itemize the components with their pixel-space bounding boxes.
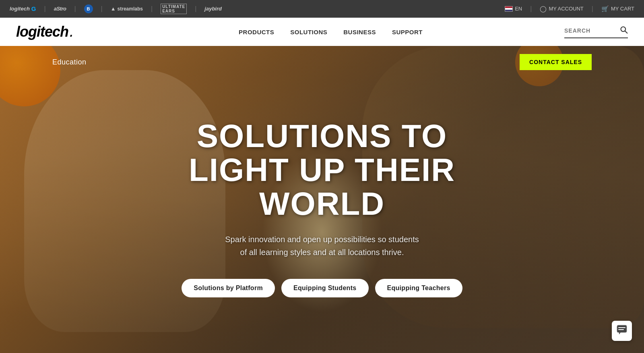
- hero-content: SOLUTIONS TO LIGHT UP THEIR WORLD Spark …: [141, 119, 503, 297]
- divider-5: |: [195, 5, 196, 12]
- divider-6: |: [530, 5, 532, 12]
- streamlabs-icon: ▲: [111, 6, 116, 12]
- search-area: [564, 26, 628, 38]
- brand-astro[interactable]: aStro: [54, 6, 66, 12]
- hero-title-line1: SOLUTIONS TO: [197, 118, 448, 154]
- flag-icon: [505, 6, 513, 12]
- astro-label: aStro: [54, 6, 66, 12]
- main-nav: logitech․ PRODUCTS SOLUTIONS BUSINESS SU…: [0, 18, 644, 46]
- logitech-logo[interactable]: logitech․: [16, 23, 73, 40]
- my-account-link[interactable]: ◯ MY ACCOUNT: [540, 5, 583, 12]
- chat-icon: [617, 325, 627, 337]
- pill-equipping-students[interactable]: Equipping Students: [281, 279, 369, 297]
- logo-text: logitech․: [16, 23, 73, 40]
- svg-line-1: [625, 31, 627, 33]
- brand-blue[interactable]: B: [84, 4, 93, 13]
- hero-section: Education CONTACT SALES SOLUTIONS TO LIG…: [0, 46, 644, 353]
- language-selector[interactable]: EN: [505, 6, 522, 12]
- divider-2: |: [74, 5, 76, 12]
- nav-products[interactable]: PRODUCTS: [239, 29, 274, 35]
- pill-solutions-by-platform[interactable]: Solutions by Platform: [182, 279, 275, 297]
- nav-business[interactable]: BUSINESS: [343, 29, 376, 35]
- jaybird-label: jaybird: [204, 6, 222, 12]
- brand-logitech-g[interactable]: logitech G: [10, 5, 36, 12]
- hero-pills: Solutions by Platform Equipping Students…: [141, 279, 503, 297]
- divider-1: |: [44, 5, 46, 12]
- brand-bar: logitech G | aStro | B | ▲ streamlabs | …: [10, 4, 222, 14]
- nav-support[interactable]: SUPPORT: [392, 29, 423, 35]
- svg-rect-2: [617, 325, 627, 332]
- contact-sales-button[interactable]: CONTACT SALES: [520, 54, 592, 70]
- pill-equipping-teachers[interactable]: Equipping Teachers: [375, 279, 462, 297]
- ue-label: ULTIMATEEARS: [161, 4, 187, 14]
- chat-bubble-button[interactable]: [612, 321, 632, 341]
- hero-title-line3: WORLD: [259, 186, 385, 222]
- divider-3: |: [101, 5, 103, 12]
- divider-7: |: [592, 5, 593, 12]
- breadcrumb: Education: [52, 58, 87, 66]
- my-cart-link[interactable]: 🛒 MY CART: [601, 5, 634, 12]
- top-bar: logitech G | aStro | B | ▲ streamlabs | …: [0, 0, 644, 18]
- streamlabs-label: streamlabs: [118, 6, 143, 12]
- blue-icon: B: [84, 4, 93, 13]
- search-input[interactable]: [564, 27, 617, 34]
- cart-label: MY CART: [611, 6, 634, 12]
- hero-subtitle: Spark innovation and open up possibiliti…: [141, 233, 503, 259]
- brand-ultimate-ears[interactable]: ULTIMATEEARS: [161, 4, 187, 14]
- svg-marker-3: [619, 332, 621, 334]
- divider-4: |: [151, 5, 153, 12]
- top-bar-right: EN | ◯ MY ACCOUNT | 🛒 MY CART: [505, 5, 634, 12]
- hero-title-line2: LIGHT UP THEIR: [189, 152, 455, 188]
- account-label: MY ACCOUNT: [549, 6, 583, 12]
- account-icon: ◯: [540, 5, 547, 12]
- search-icon[interactable]: [620, 26, 628, 36]
- cart-icon: 🛒: [601, 5, 609, 12]
- logitech-g-logo: logitech: [10, 6, 30, 12]
- hero-title: SOLUTIONS TO LIGHT UP THEIR WORLD: [141, 119, 503, 221]
- nav-links: PRODUCTS SOLUTIONS BUSINESS SUPPORT: [97, 29, 564, 35]
- nav-solutions[interactable]: SOLUTIONS: [290, 29, 327, 35]
- brand-streamlabs[interactable]: ▲ streamlabs: [111, 6, 143, 12]
- brand-jaybird[interactable]: jaybird: [204, 6, 222, 12]
- logitech-g-icon: G: [31, 5, 36, 12]
- hero-subtitle-text: Spark innovation and open up possibiliti…: [225, 235, 419, 257]
- language-label: EN: [515, 6, 522, 12]
